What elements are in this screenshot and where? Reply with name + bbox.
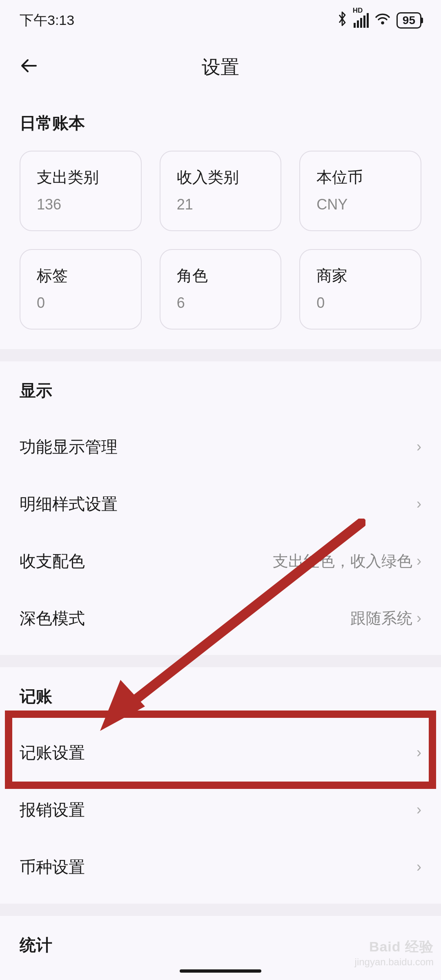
item-reimbursement-settings[interactable]: 报销设置 › [0, 781, 441, 838]
battery-icon: 95 [396, 12, 421, 29]
divider [0, 904, 441, 916]
divider [0, 349, 441, 361]
svg-point-0 [381, 22, 384, 24]
chevron-right-icon: › [416, 858, 421, 875]
card-value: 21 [177, 196, 265, 213]
signal-icon: HD [354, 13, 369, 28]
item-feature-display-management[interactable]: 功能显示管理 › [0, 418, 441, 475]
accounting-section-title: 记账 [20, 685, 421, 708]
list-value: 跟随系统 [350, 608, 412, 629]
display-section: 显示 [0, 361, 441, 418]
chevron-right-icon: › [416, 438, 421, 455]
wifi-icon [374, 12, 391, 29]
header: 设置 [0, 41, 441, 94]
display-section-title: 显示 [20, 379, 421, 402]
status-time: 下午3:13 [20, 11, 74, 30]
ledger-section: 日常账本 支出类别 136 收入类别 21 本位币 CNY 标签 0 角色 6 … [0, 94, 441, 330]
list-label: 报销设置 [20, 799, 85, 821]
ledger-card-grid: 支出类别 136 收入类别 21 本位币 CNY 标签 0 角色 6 商家 0 [20, 151, 421, 330]
chevron-right-icon: › [416, 610, 421, 627]
card-label: 支出类别 [37, 167, 125, 188]
watermark: Baid 经验 jingyan.baidu.com [355, 938, 434, 968]
card-income-category[interactable]: 收入类别 21 [160, 151, 282, 231]
item-currency-settings[interactable]: 币种设置 › [0, 838, 441, 895]
status-right: HD 95 [336, 11, 421, 30]
card-label: 收入类别 [177, 167, 265, 188]
list-label: 记账设置 [20, 742, 85, 764]
card-label: 商家 [316, 265, 404, 286]
chevron-right-icon: › [416, 801, 421, 818]
watermark-sub: jingyan.baidu.com [355, 956, 434, 968]
card-value: 6 [177, 294, 265, 312]
list-label: 收支配色 [20, 550, 85, 572]
card-value: 0 [316, 294, 404, 312]
divider [0, 655, 441, 667]
chevron-right-icon: › [416, 744, 421, 761]
card-expense-category[interactable]: 支出类别 136 [20, 151, 142, 231]
card-label: 角色 [177, 265, 265, 286]
card-value: 136 [37, 196, 125, 213]
card-tags[interactable]: 标签 0 [20, 249, 142, 330]
chevron-right-icon: › [416, 552, 421, 570]
watermark-main: Baid 经验 [355, 938, 434, 956]
item-accounting-settings[interactable]: 记账设置 › [0, 724, 441, 781]
card-label: 本位币 [316, 167, 404, 188]
list-value: 支出红色，收入绿色 [273, 551, 412, 572]
chevron-right-icon: › [416, 495, 421, 512]
list-label: 功能显示管理 [20, 436, 118, 458]
status-bar: 下午3:13 HD 95 [0, 0, 441, 41]
card-value: CNY [316, 196, 404, 213]
card-merchants[interactable]: 商家 0 [299, 249, 421, 330]
item-detail-style-settings[interactable]: 明细样式设置 › [0, 475, 441, 532]
accounting-section: 记账 [0, 667, 441, 724]
back-button[interactable] [20, 56, 39, 79]
bluetooth-icon [336, 11, 348, 30]
card-roles[interactable]: 角色 6 [160, 249, 282, 330]
card-base-currency[interactable]: 本位币 CNY [299, 151, 421, 231]
ledger-section-title: 日常账本 [20, 112, 421, 134]
card-value: 0 [37, 294, 125, 312]
card-label: 标签 [37, 265, 125, 286]
list-label: 明细样式设置 [20, 493, 118, 515]
item-color-scheme[interactable]: 收支配色 支出红色，收入绿色 › [0, 532, 441, 590]
item-dark-mode[interactable]: 深色模式 跟随系统 › [0, 590, 441, 647]
list-label: 深色模式 [20, 607, 85, 630]
list-label: 币种设置 [20, 856, 85, 878]
home-indicator[interactable] [180, 969, 261, 973]
page-title: 设置 [202, 55, 239, 80]
